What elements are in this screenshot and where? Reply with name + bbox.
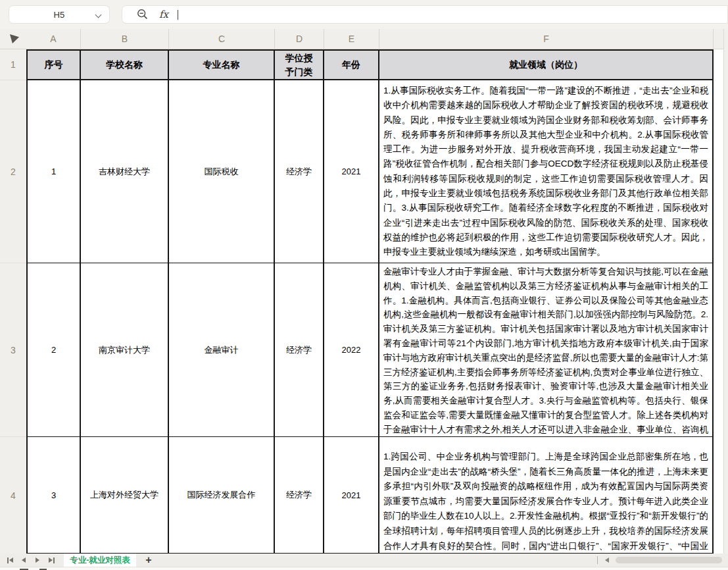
select-all-button[interactable]: [0, 29, 26, 49]
row-header-4[interactable]: 4: [0, 437, 26, 554]
chevron-down-icon[interactable]: [95, 12, 102, 18]
column-header-a[interactable]: A: [26, 29, 81, 49]
table-row: 3 上海对外经贸大学 国际经济发展合作 经济学 2021 1.跨国公司、中企业务…: [26, 437, 715, 554]
row-header-3[interactable]: 3: [0, 263, 26, 437]
header-cell-degree[interactable]: 学位授予门类: [275, 49, 324, 80]
status-bar: [0, 567, 728, 570]
scroll-left-icon[interactable]: [605, 557, 609, 563]
cell-b4[interactable]: 上海对外经贸大学: [81, 437, 169, 554]
row-header-2[interactable]: 2: [0, 80, 26, 263]
scrollbar-divider: [597, 556, 598, 564]
first-sheet-icon[interactable]: [5, 556, 14, 565]
cell-reference: H5: [53, 10, 64, 20]
row-header-gutter: 1 2 3 4: [0, 49, 26, 554]
cell-b3[interactable]: 南京审计大学: [81, 263, 169, 437]
corner-triangle-icon: [10, 34, 19, 43]
text-cursor: [178, 10, 178, 20]
cell-e3[interactable]: 2022: [324, 263, 379, 437]
cell-c2[interactable]: 国际税收: [169, 80, 275, 263]
table-header-row: 序号 学校名称 专业名称 学位授予门类 年份 就业领域（岗位）: [26, 49, 715, 80]
horizontal-scrollbar-thumb[interactable]: [616, 557, 722, 563]
table-row: 2 南京审计大学 金融审计 经济学 2022 金融审计专业人才由于掌握金融、审计…: [26, 263, 715, 437]
sheet-body: 1 2 3 4 序号 学校名称 专业名称 学位授予门类 年份 就业领域（岗位） …: [0, 49, 728, 554]
cell-a4[interactable]: 3: [26, 437, 81, 554]
cell-a2[interactable]: 1: [26, 80, 81, 263]
cell-f2[interactable]: 1.从事国际税收实务工作。随着我国“一带一路”建设的不断推进，“走出去”企业和税…: [379, 80, 714, 263]
cell-c3[interactable]: 金融审计: [169, 263, 275, 437]
sheet-tab-label: 专业-就业对照表: [70, 555, 130, 566]
formula-bar-row: H5 fx: [0, 0, 728, 29]
header-cell-no[interactable]: 序号: [26, 49, 81, 80]
cell-d3[interactable]: 经济学: [275, 263, 324, 437]
last-sheet-icon[interactable]: [47, 556, 56, 565]
sheet-nav-buttons: [5, 554, 56, 567]
cell-e4[interactable]: 2021: [324, 437, 379, 554]
header-cell-school[interactable]: 学校名称: [81, 49, 169, 80]
column-header-e[interactable]: E: [324, 29, 379, 49]
column-header-b[interactable]: B: [81, 29, 169, 49]
header-cell-employment[interactable]: 就业领域（岗位）: [379, 49, 714, 80]
active-sheet-tab[interactable]: 专业-就业对照表: [64, 554, 136, 567]
row-header-1[interactable]: 1: [0, 49, 26, 80]
cell-d2[interactable]: 经济学: [275, 80, 324, 263]
cell-f4[interactable]: 1.跨国公司、中企业务机构与管理部门。上海是全球跨国企业总部密集所在地，也是国内…: [379, 437, 714, 554]
column-header-f[interactable]: F: [379, 29, 714, 49]
cell-a3[interactable]: 2: [26, 263, 81, 437]
column-headers: A B C D E F: [0, 29, 728, 49]
prev-sheet-icon[interactable]: [19, 556, 28, 565]
next-sheet-icon[interactable]: [33, 556, 42, 565]
sheet-tab-bar: 专业-就业对照表 +: [0, 554, 728, 567]
cell-b2[interactable]: 吉林财经大学: [81, 80, 169, 263]
fx-icon[interactable]: fx: [159, 9, 168, 20]
column-header-d[interactable]: D: [275, 29, 324, 49]
vertical-scrollbar[interactable]: [723, 29, 728, 554]
spreadsheet-app: H5 fx A B C D E F 1 2 3 4: [0, 0, 728, 570]
column-header-c[interactable]: C: [169, 29, 275, 49]
cell-d4[interactable]: 经济学: [275, 437, 324, 554]
formula-input[interactable]: fx: [122, 5, 728, 24]
add-sheet-button[interactable]: +: [142, 554, 155, 567]
header-cell-year[interactable]: 年份: [324, 49, 379, 80]
search-icon[interactable]: [137, 9, 149, 20]
cell-e2[interactable]: 2021: [324, 80, 379, 263]
header-cell-major[interactable]: 专业名称: [169, 49, 275, 80]
cell-name-box[interactable]: H5: [9, 5, 110, 24]
data-table: 序号 学校名称 专业名称 学位授予门类 年份 就业领域（岗位） 1 吉林财经大学…: [26, 49, 715, 554]
cell-f3[interactable]: 金融审计专业人才由于掌握金融、审计与大数据分析等复合知识与技能,可以在金融机构、…: [379, 263, 714, 437]
table-row: 1 吉林财经大学 国际税收 经济学 2021 1.从事国际税收实务工作。随着我国…: [26, 80, 715, 263]
cell-c4[interactable]: 国际经济发展合作: [169, 437, 275, 554]
